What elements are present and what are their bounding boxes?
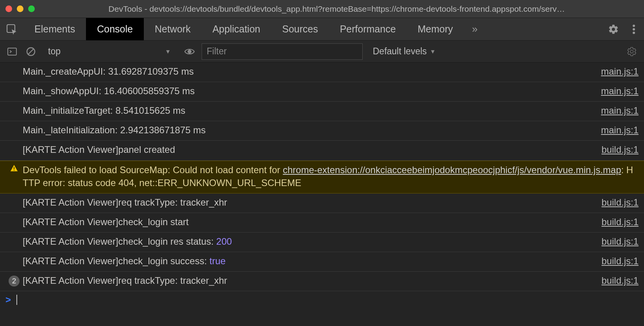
log-message: [KARTE Action Viewer]check_login res sta… (23, 235, 597, 248)
console-log-row[interactable]: Main._initializeTarget: 8.541015625 msma… (0, 102, 644, 121)
source-link[interactable]: build.js:1 (597, 274, 639, 287)
minimize-window-button[interactable] (17, 5, 23, 12)
console-log-row[interactable]: [KARTE Action Viewer]check_login startbu… (0, 213, 644, 233)
svg-point-2 (633, 28, 635, 30)
source-link[interactable]: build.js:1 (597, 254, 639, 267)
execution-context-selector[interactable]: top ▼ (43, 44, 176, 59)
svg-point-3 (633, 32, 635, 34)
log-message: [KARTE Action Viewer]req trackType: trac… (23, 196, 597, 209)
console-log-row[interactable]: Main._createAppUI: 31.69287109375 msmain… (0, 63, 644, 82)
console-log-area[interactable]: Main._createAppUI: 31.69287109375 msmain… (0, 63, 644, 326)
log-message: DevTools failed to load SourceMap: Could… (23, 163, 639, 189)
levels-label: Default levels (373, 46, 427, 57)
svg-rect-8 (14, 167, 14, 169)
more-menu-icon[interactable] (624, 18, 644, 40)
settings-gear-icon[interactable] (603, 18, 624, 40)
clear-console-icon[interactable] (24, 45, 38, 58)
source-link[interactable]: build.js:1 (597, 196, 639, 209)
filter-text[interactable] (207, 46, 358, 57)
inspect-element-icon[interactable] (0, 18, 23, 40)
console-log-row[interactable]: 2[KARTE Action Viewer]req trackType: tra… (0, 272, 644, 291)
console-settings-gear-icon[interactable] (625, 45, 639, 58)
close-window-button[interactable] (5, 5, 12, 12)
console-prompt[interactable]: > (0, 291, 644, 308)
source-link[interactable]: build.js:1 (597, 235, 639, 248)
source-link[interactable]: main.js:1 (596, 104, 639, 117)
maximize-window-button[interactable] (28, 5, 35, 12)
repeat-count-badge: 2 (5, 274, 23, 287)
log-message: Main._lateInitialization: 2.942138671875… (23, 124, 596, 136)
panel-tabs: ElementsConsoleNetworkApplicationSources… (0, 18, 644, 41)
log-levels-selector[interactable]: Default levels ▼ (368, 46, 440, 57)
chevron-down-icon: ▼ (430, 48, 436, 55)
log-message: Main._showAppUI: 16.406005859375 ms (23, 84, 596, 97)
traffic-lights (5, 5, 35, 12)
window-title: DevTools - devtools://devtools/bundled/d… (35, 4, 639, 14)
console-log-row[interactable]: [KARTE Action Viewer]panel createdbuild.… (0, 141, 644, 160)
context-label: top (48, 46, 61, 57)
console-toolbar: top ▼ Default levels ▼ (0, 41, 644, 63)
tab-network[interactable]: Network (144, 18, 202, 40)
tab-console[interactable]: Console (86, 18, 144, 40)
toggle-console-sidebar-icon[interactable] (5, 45, 19, 58)
console-log-row[interactable]: [KARTE Action Viewer]check_login res sta… (0, 233, 644, 252)
live-expression-eye-icon[interactable] (183, 45, 196, 58)
log-message: [KARTE Action Viewer]panel created (23, 143, 597, 156)
tab-performance[interactable]: Performance (329, 18, 407, 40)
prompt-caret-icon: > (5, 294, 11, 305)
log-message: Main._initializeTarget: 8.541015625 ms (23, 104, 596, 117)
log-message: Main._createAppUI: 31.69287109375 ms (23, 65, 596, 78)
tab-sources[interactable]: Sources (271, 18, 329, 40)
svg-rect-4 (8, 48, 16, 55)
console-log-row[interactable]: [KARTE Action Viewer]req trackType: trac… (0, 193, 644, 213)
source-link[interactable]: build.js:1 (597, 143, 639, 156)
console-log-row[interactable]: [KARTE Action Viewer]check_login success… (0, 252, 644, 272)
tab-application[interactable]: Application (202, 18, 271, 40)
log-message: [KARTE Action Viewer]check_login start (23, 215, 597, 228)
svg-line-6 (28, 49, 34, 54)
svg-rect-9 (14, 170, 14, 170)
tabs-overflow-button[interactable]: » (464, 18, 486, 40)
console-log-row[interactable]: Main._showAppUI: 16.406005859375 msmain.… (0, 82, 644, 102)
source-link[interactable]: main.js:1 (596, 65, 639, 78)
sourcemap-url[interactable]: chrome-extension://onkciacceebeimjodokmc… (283, 165, 621, 175)
tab-memory[interactable]: Memory (407, 18, 464, 40)
console-log-row[interactable]: Main._lateInitialization: 2.942138671875… (0, 121, 644, 141)
warning-icon (5, 163, 23, 173)
filter-input[interactable] (202, 43, 363, 60)
chevron-down-icon: ▼ (165, 48, 171, 55)
source-link[interactable]: main.js:1 (596, 84, 639, 97)
svg-point-7 (188, 50, 191, 53)
text-cursor (16, 295, 17, 305)
console-warning-row[interactable]: DevTools failed to load SourceMap: Could… (0, 161, 644, 193)
svg-point-1 (633, 25, 635, 27)
tab-elements[interactable]: Elements (23, 18, 86, 40)
source-link[interactable]: main.js:1 (596, 124, 639, 136)
log-message: [KARTE Action Viewer]req trackType: trac… (23, 274, 597, 287)
source-link[interactable]: build.js:1 (597, 215, 639, 228)
window-titlebar: DevTools - devtools://devtools/bundled/d… (0, 0, 644, 18)
log-message: [KARTE Action Viewer]check_login success… (23, 254, 597, 267)
